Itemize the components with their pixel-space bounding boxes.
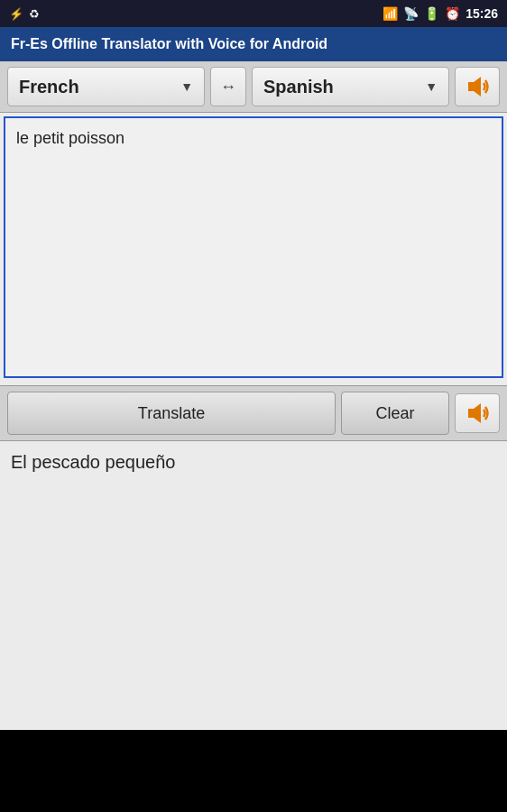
svg-marker-0 [468,77,481,97]
swap-icon: ↔ [220,78,236,97]
app-title-bar: Fr-Es Offline Translator with Voice for … [0,27,507,61]
output-area: El pescado pequeño [0,441,507,730]
svg-marker-1 [468,403,481,423]
language-bar: French ▼ ↔ Spanish ▼ [0,61,507,113]
translated-text: El pescado pequeño [11,452,175,472]
source-language-label: French [19,77,79,97]
target-language-select[interactable]: Spanish ▼ [252,67,449,106]
target-language-label: Spanish [263,77,334,97]
target-speaker-button[interactable] [455,393,500,433]
speaker-icon-2 [463,399,492,428]
clear-button[interactable]: Clear [341,392,449,435]
wifi-icon: 📶 [383,6,398,21]
input-area: le petit poisson [0,113,507,385]
status-bar: ⚡ ♻ 📶 📡 🔋 ⏰ 15:26 [0,0,507,27]
signal-icon: 📡 [403,6,419,21]
swap-languages-button[interactable]: ↔ [210,67,246,106]
source-text-input[interactable]: le petit poisson [4,116,503,378]
speaker-icon [463,72,492,101]
alarm-icon: ⏰ [445,6,460,21]
recycle-icon: ♻ [29,7,40,21]
source-speaker-button[interactable] [455,67,500,106]
battery-icon: 🔋 [424,6,439,21]
clock: 15:26 [466,6,498,21]
source-language-arrow: ▼ [180,79,193,94]
usb-icon: ⚡ [9,7,23,21]
app-title: Fr-Es Offline Translator with Voice for … [11,36,327,51]
source-language-select[interactable]: French ▼ [7,67,205,106]
action-bar: Translate Clear [0,385,507,441]
target-language-arrow: ▼ [425,79,438,94]
translate-button[interactable]: Translate [7,392,336,435]
